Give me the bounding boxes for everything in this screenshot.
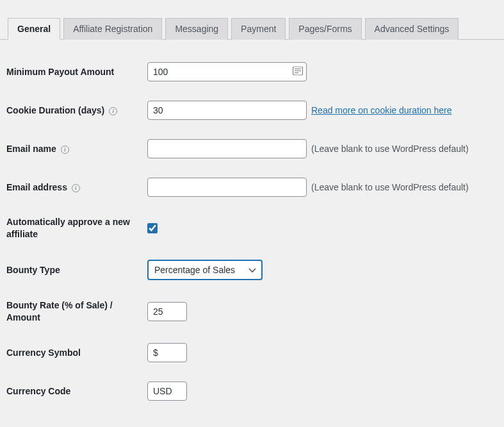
label-auto-approve: Automatically approve a new affiliate [6, 216, 147, 240]
bounty-type-select[interactable]: Percentage of Sales [147, 260, 263, 280]
label-bounty-rate: Bounty Rate (% of Sale) / Amount [6, 299, 147, 324]
label-cookie-duration: Cookie Duration (days) i [6, 105, 147, 115]
cookie-duration-link[interactable]: Read more on cookie duration here [311, 105, 451, 115]
label-minimum-payout: Minimum Payout Amount [6, 67, 147, 77]
cookie-duration-input[interactable] [147, 101, 307, 120]
row-auto-approve: Automatically approve a new affiliate [6, 206, 498, 250]
tab-messaging[interactable]: Messaging [165, 18, 228, 40]
settings-form: Minimum Payout Amount Cookie Duration (d… [0, 40, 504, 417]
row-currency-code: Currency Code [6, 372, 498, 410]
label-email-name: Email name i [6, 144, 147, 154]
tab-advanced-settings[interactable]: Advanced Settings [365, 18, 459, 40]
row-currency-symbol: Currency Symbol [6, 333, 498, 372]
currency-symbol-input[interactable] [147, 343, 187, 362]
label-currency-symbol: Currency Symbol [6, 347, 147, 358]
row-bounty-type: Bounty Type Percentage of Sales [6, 250, 498, 290]
row-email-address: Email address i (Leave blank to use Word… [6, 168, 498, 206]
help-icon[interactable]: i [109, 107, 117, 115]
label-email-address: Email address i [6, 182, 147, 192]
tab-pages-forms[interactable]: Pages/Forms [289, 18, 361, 40]
row-bounty-rate: Bounty Rate (% of Sale) / Amount [6, 290, 498, 333]
email-address-input[interactable] [147, 178, 307, 197]
label-currency-code: Currency Code [6, 386, 147, 396]
help-icon[interactable]: i [72, 184, 80, 192]
row-email-name: Email name i (Leave blank to use WordPre… [6, 130, 498, 168]
row-minimum-payout: Minimum Payout Amount [6, 53, 498, 91]
tab-general[interactable]: General [8, 18, 60, 40]
row-cookie-duration: Cookie Duration (days) i Read more on co… [6, 91, 498, 130]
email-name-input[interactable] [147, 139, 307, 158]
tabs-bar: General Affiliate Registration Messaging… [0, 18, 504, 40]
tab-affiliate-registration[interactable]: Affiliate Registration [63, 18, 162, 40]
tab-payment[interactable]: Payment [231, 18, 286, 40]
minimum-payout-input[interactable] [147, 62, 307, 81]
bounty-rate-input[interactable] [147, 302, 187, 321]
help-icon[interactable]: i [61, 146, 69, 154]
email-name-hint: (Leave blank to use WordPress default) [311, 144, 469, 154]
email-address-hint: (Leave blank to use WordPress default) [311, 182, 469, 192]
label-bounty-type: Bounty Type [6, 265, 147, 275]
auto-approve-checkbox[interactable] [147, 223, 158, 233]
currency-code-input[interactable] [147, 381, 187, 401]
